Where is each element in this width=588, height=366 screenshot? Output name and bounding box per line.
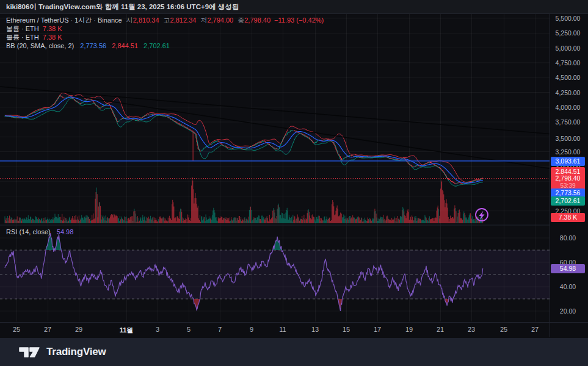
rsi-value: 54.98 xyxy=(57,228,74,235)
footer-bar: TradingView xyxy=(0,338,588,366)
rsi-label: RSI (14, close) xyxy=(6,228,51,235)
volume-legend-row: 볼륨 · ETH7.38 K xyxy=(6,25,324,34)
price-axis-tick-label: 4,750.00 xyxy=(551,59,585,66)
time-axis-tick-label: 11월 xyxy=(120,326,134,335)
bb-upper-value: 2,844.51 xyxy=(112,42,138,49)
volume-legend-row: 볼륨 · ETH7.38 K xyxy=(6,34,324,42)
price-axis-tick-label: 3,500.00 xyxy=(551,135,585,142)
time-axis-tick-label: 3 xyxy=(156,326,159,333)
time-axis-tick-label: 17 xyxy=(374,326,381,333)
bb-legend-row: BB (20, SMA, close, 2) 2,773.56 2,844.51… xyxy=(6,42,324,51)
low-label: 저 xyxy=(200,16,207,24)
bb-label: BB (20, SMA, close, 2) xyxy=(6,42,74,49)
close-label: 종 xyxy=(238,16,244,24)
time-axis-tick-label: 27 xyxy=(531,326,539,333)
price-axis-badge: 7.38 K xyxy=(551,213,585,222)
tradingview-brand-text[interactable]: TradingView xyxy=(46,346,106,358)
close-value: 2,798.40 xyxy=(244,16,270,24)
price-axis-tick-label: 3,250.00 xyxy=(551,148,585,156)
attribution-bar: kiki806이 TradingView.com와 함께 11월 23, 202… xyxy=(0,0,588,13)
symbol-name: Ethereum / TetherUS xyxy=(6,16,69,24)
price-axis-tick-label: 3,750.00 xyxy=(551,118,585,126)
symbol-legend-row: Ethereum / TetherUS·1시간·Binance시2,810.34… xyxy=(6,16,324,25)
high-value: 2,812.34 xyxy=(170,16,197,24)
tradingview-logo-icon[interactable] xyxy=(18,345,40,359)
open-value: 2,810.34 xyxy=(133,16,159,24)
high-label: 고 xyxy=(164,16,170,24)
volume-legend-rows: 볼륨 · ETH7.38 K볼륨 · ETH7.38 K xyxy=(6,25,324,42)
price-axis-tick-label: 4,250.00 xyxy=(551,89,585,96)
bb-lower-value: 2,702.61 xyxy=(143,42,170,49)
price-axis-tick-label: 40.00 xyxy=(551,283,585,290)
main-legend: Ethereum / TetherUS·1시간·Binance시2,810.34… xyxy=(6,16,324,51)
price-axis-tick-label: 20.00 xyxy=(551,307,585,315)
time-axis-tick-label: 23 xyxy=(468,326,475,333)
open-label: 시 xyxy=(126,16,133,24)
price-axis-tick-label: 5,500.00 xyxy=(551,15,585,22)
volume-value: 7.38 K xyxy=(43,25,62,32)
time-axis-tick-label: 21 xyxy=(437,326,444,333)
price-chart-canvas[interactable] xyxy=(0,0,588,366)
tradingview-snapshot: kiki806이 TradingView.com와 함께 11월 23, 202… xyxy=(0,0,588,366)
time-axis-tick-label: 19 xyxy=(405,326,413,333)
price-axis-badge: 3,093.61 xyxy=(551,157,585,166)
interval-label: 1시간 xyxy=(74,16,92,24)
price-axis-badge: 2,798.4053:39 xyxy=(551,174,585,190)
time-axis-tick-label: 15 xyxy=(343,326,350,333)
volume-value: 7.38 K xyxy=(43,34,62,41)
price-axis-badge: 54.98 xyxy=(551,264,585,273)
time-axis-tick-label: 29 xyxy=(75,326,82,333)
volume-label: 볼륨 · ETH xyxy=(6,34,39,41)
bb-basis-value: 2,773.56 xyxy=(80,42,106,49)
price-axis-tick-label: 80.00 xyxy=(551,234,585,242)
time-axis-tick-label: 5 xyxy=(187,326,191,333)
time-axis-tick-label: 27 xyxy=(44,326,51,333)
price-axis-tick-label: 5,000.00 xyxy=(551,45,585,52)
attribution-text: kiki806이 TradingView.com와 함께 11월 23, 202… xyxy=(6,3,239,10)
legend-separator: · xyxy=(69,16,75,24)
price-axis-tick-label: 4,000.00 xyxy=(551,104,585,111)
price-axis-tick-label: 5,250.00 xyxy=(551,29,585,37)
time-axis-tick-label: 9 xyxy=(250,326,253,333)
change-value: −11.93 (−0.42%) xyxy=(274,16,324,24)
time-axis-tick-label: 25 xyxy=(13,326,20,333)
rsi-legend-row: RSI (14, close) 54.98 xyxy=(6,228,73,235)
price-axis-tick-label: 4,500.00 xyxy=(551,74,585,81)
time-axis-tick-label: 13 xyxy=(311,326,319,333)
time-axis-tick-label: 11 xyxy=(279,326,286,333)
legend-separator: · xyxy=(92,16,98,24)
time-axis-tick-label: 25 xyxy=(500,326,507,333)
volume-label: 볼륨 · ETH xyxy=(6,25,39,32)
time-axis-tick-label: 7 xyxy=(218,326,222,333)
exchange-label: Binance xyxy=(98,16,122,24)
low-value: 2,794.00 xyxy=(207,16,233,24)
price-axis-badge: 2,702.61 xyxy=(551,196,585,206)
